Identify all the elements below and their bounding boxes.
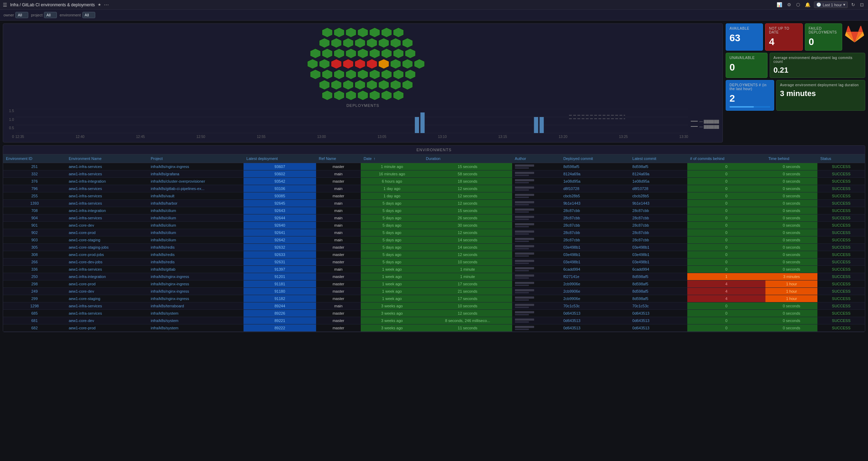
hex-cell[interactable]: [322, 27, 333, 37]
col-duration[interactable]: Duration: [423, 154, 512, 163]
star-icon[interactable]: ★: [98, 2, 101, 7]
cell-deployment[interactable]: 89222: [244, 324, 316, 332]
hex-cell[interactable]: [369, 69, 380, 79]
share-icon[interactable]: ⋯: [104, 2, 109, 8]
cell-deployment[interactable]: 91181: [244, 280, 316, 288]
col-latest-deployment[interactable]: Latest deployment: [244, 154, 316, 163]
project-select[interactable]: All: [44, 12, 57, 18]
hex-cell[interactable]: [319, 59, 330, 68]
hex-cell[interactable]: [307, 59, 318, 68]
hex-cell[interactable]: [343, 59, 354, 68]
hex-cell[interactable]: [322, 48, 333, 58]
hex-cell[interactable]: [354, 80, 366, 89]
refresh-icon[interactable]: ↻: [850, 1, 856, 8]
hex-cell[interactable]: [393, 27, 404, 37]
hex-cell[interactable]: [357, 90, 368, 100]
hex-cell[interactable]: [334, 69, 345, 79]
hex-cell[interactable]: [357, 48, 368, 58]
hex-cell[interactable]: [331, 38, 342, 47]
cell-deployment[interactable]: 92642: [244, 236, 316, 244]
hex-cell[interactable]: [310, 48, 321, 58]
hex-cell[interactable]: [414, 59, 425, 68]
col-time-behind[interactable]: Time behind: [765, 154, 817, 163]
col-env-name[interactable]: Environment Name: [66, 154, 148, 163]
hex-cell[interactable]: [319, 38, 330, 47]
hex-cell[interactable]: [357, 69, 368, 79]
hex-cell[interactable]: [331, 59, 342, 68]
col-latest-commit[interactable]: Latest commit: [630, 154, 687, 163]
cell-deployment[interactable]: 93106: [244, 185, 316, 192]
hex-cell[interactable]: [343, 38, 354, 47]
cell-deployment[interactable]: 92641: [244, 229, 316, 236]
cell-deployment[interactable]: 89244: [244, 302, 316, 310]
hex-cell[interactable]: [369, 27, 380, 37]
cell-deployment[interactable]: 93085: [244, 192, 316, 200]
hex-cell[interactable]: [319, 80, 330, 89]
hex-cell[interactable]: [331, 80, 342, 89]
hex-cell[interactable]: [354, 38, 366, 47]
environment-select[interactable]: All: [82, 12, 95, 18]
cell-deployment[interactable]: 92631: [244, 258, 316, 266]
hex-cell[interactable]: [381, 27, 392, 37]
hex-cell[interactable]: [343, 80, 354, 89]
hex-cell[interactable]: [354, 59, 366, 68]
hex-cell[interactable]: [390, 80, 401, 89]
time-range-selector[interactable]: 🕐 Last 1 hour ▾: [814, 1, 848, 8]
col-env-id[interactable]: Environment ID: [3, 154, 66, 163]
hex-cell[interactable]: [322, 90, 333, 100]
cell-deployment[interactable]: 89221: [244, 317, 316, 324]
hex-cell[interactable]: [393, 69, 404, 79]
hex-cell[interactable]: [369, 48, 380, 58]
settings-icon[interactable]: ⚙: [786, 1, 793, 8]
cell-deployment[interactable]: 92645: [244, 200, 316, 207]
hex-cell[interactable]: [369, 90, 380, 100]
hex-cell[interactable]: [334, 27, 345, 37]
hex-cell[interactable]: [345, 48, 357, 58]
cell-deployment[interactable]: 93607: [244, 163, 316, 170]
cell-deployment[interactable]: 92633: [244, 251, 316, 258]
hex-cell[interactable]: [405, 48, 416, 58]
hex-cell[interactable]: [390, 38, 401, 47]
share2-icon[interactable]: ⬡: [795, 1, 801, 8]
bell-icon[interactable]: 🔔: [803, 1, 812, 8]
hex-cell[interactable]: [310, 69, 321, 79]
cell-deployment[interactable]: 92643: [244, 207, 316, 214]
chart-icon[interactable]: 📊: [775, 1, 784, 8]
col-ref-name[interactable]: Ref Name: [316, 154, 361, 163]
hex-cell[interactable]: [334, 90, 345, 100]
cell-deployment[interactable]: 91180: [244, 288, 316, 295]
cell-deployment[interactable]: 92644: [244, 214, 316, 222]
cell-deployment[interactable]: 91201: [244, 273, 316, 280]
hex-cell[interactable]: [322, 69, 333, 79]
hex-cell[interactable]: [402, 38, 413, 47]
hex-cell[interactable]: [366, 80, 377, 89]
hex-cell[interactable]: [334, 48, 345, 58]
cell-deployment[interactable]: 89226: [244, 310, 316, 317]
cell-deployment[interactable]: 93542: [244, 178, 316, 185]
col-commits-behind[interactable]: # of commits behind: [687, 154, 765, 163]
owner-select[interactable]: All: [15, 12, 28, 18]
cell-deployment[interactable]: 91182: [244, 295, 316, 302]
cell-deployment[interactable]: 92632: [244, 244, 316, 251]
hex-cell[interactable]: [345, 90, 357, 100]
col-date[interactable]: Date ↑: [361, 154, 423, 163]
hex-cell[interactable]: [381, 48, 392, 58]
hex-cell[interactable]: [357, 27, 368, 37]
cell-deployment[interactable]: 91397: [244, 266, 316, 273]
hex-cell[interactable]: [366, 38, 377, 47]
hex-cell[interactable]: [393, 48, 404, 58]
cell-deployment[interactable]: 92640: [244, 222, 316, 229]
hex-cell[interactable]: [366, 59, 377, 68]
hex-cell[interactable]: [402, 59, 413, 68]
col-project[interactable]: Project: [148, 154, 244, 163]
hex-cell[interactable]: [402, 80, 413, 89]
hex-cell[interactable]: [405, 69, 416, 79]
hex-cell[interactable]: [393, 90, 404, 100]
col-status[interactable]: Status: [817, 154, 865, 163]
col-author[interactable]: Author: [512, 154, 561, 163]
hex-cell[interactable]: [345, 27, 357, 37]
cell-deployment[interactable]: 93602: [244, 170, 316, 178]
hex-cell[interactable]: [381, 69, 392, 79]
hex-cell[interactable]: [390, 59, 401, 68]
col-deployed-commit[interactable]: Deployed commit: [561, 154, 630, 163]
